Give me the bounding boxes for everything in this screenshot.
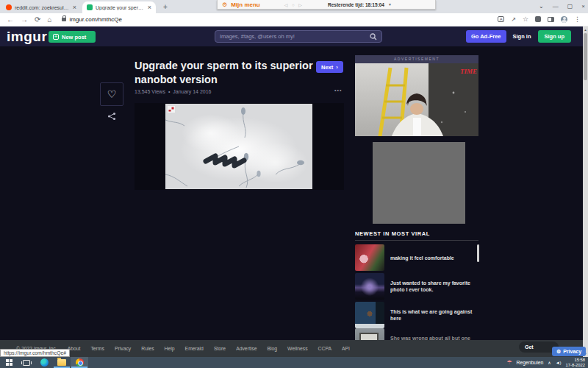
windows-logo-icon (6, 359, 12, 366)
video-watermark-icon (168, 106, 175, 113)
edge-taskbar-button[interactable] (35, 357, 53, 368)
overlay-prev-icon[interactable]: ◁ (284, 3, 290, 7)
translate-icon[interactable]: A (498, 16, 504, 22)
share-icon[interactable]: ↗ (511, 16, 516, 23)
viral-thumbnail[interactable] (355, 273, 384, 300)
system-tray: ☂ Regenbuien ∧ ◄) 15:58 17-8-2022 (506, 357, 585, 368)
sign-in-link[interactable]: Sign in (513, 33, 531, 40)
overlay-next-icon[interactable]: ▷ (298, 3, 304, 7)
favorite-heart-button[interactable]: ♡ (100, 82, 123, 106)
profile-avatar[interactable] (561, 16, 567, 23)
file-explorer-taskbar-button[interactable] (53, 357, 71, 368)
imgur-logo[interactable]: imgur (7, 29, 47, 45)
forward-icon[interactable]: → (21, 15, 28, 24)
footer-link-wellness[interactable]: Wellness (287, 346, 307, 351)
home-icon[interactable]: ⌂ (47, 15, 51, 24)
page-scrollbar[interactable]: ▲ ▼ (583, 26, 588, 357)
start-button[interactable] (0, 357, 18, 368)
footer-link-terms[interactable]: Terms (90, 346, 104, 351)
tab-title: reddit.com: zoekresultaten - nan... (15, 5, 70, 10)
weather-umbrella-icon[interactable]: ☂ (506, 359, 512, 366)
minimize-button[interactable]: — (553, 3, 559, 10)
overlay-gear-icon[interactable]: ⚙ (222, 1, 227, 8)
go-ad-free-button[interactable]: Go Ad-Free (466, 30, 506, 43)
sidebar-scrollbar-thumb[interactable] (477, 244, 479, 262)
bookmark-star-icon[interactable]: ☆ (523, 15, 528, 23)
tab-close-icon[interactable]: × (148, 4, 151, 11)
share-post-icon[interactable] (107, 112, 116, 121)
search-bar[interactable] (215, 30, 382, 43)
status-bar-url: https://imgur.com/hmthcQe# (0, 349, 70, 357)
privacy-label: Privacy (563, 349, 581, 354)
chrome-chevron-icon[interactable]: ⌄ (539, 3, 544, 10)
overlay-dropdown-icon[interactable]: ▼ (388, 2, 392, 7)
reload-icon[interactable]: ⟳ (35, 15, 40, 24)
taskbar-clock[interactable]: 15:58 17-8-2022 (566, 358, 585, 367)
ad-video[interactable]: TIME (355, 63, 478, 136)
back-icon[interactable]: ← (7, 15, 14, 24)
scrollbar-thumb[interactable] (584, 33, 587, 80)
overlay-dot-icon[interactable]: ○ (292, 3, 296, 7)
close-window-button[interactable]: × (581, 3, 585, 10)
next-post-button[interactable]: Next › (316, 61, 343, 73)
timer-label: Resterende tijd: (328, 2, 364, 7)
footer-link-store[interactable]: Store (214, 346, 226, 351)
footer-link-blog[interactable]: Blog (268, 346, 278, 351)
extensions-puzzle-icon[interactable] (535, 16, 541, 22)
new-tab-button[interactable]: + (160, 2, 171, 13)
viral-thumbnail[interactable] (355, 244, 384, 271)
side-panel-icon[interactable] (548, 17, 554, 22)
tray-expand-icon[interactable]: ∧ (548, 360, 551, 365)
privacy-gear-icon: ⚙ (556, 349, 561, 355)
footer-link-ccpa[interactable]: CCPA (318, 346, 331, 351)
tab-title: Upgrade your sperm to its supe... (96, 5, 145, 10)
sign-up-button[interactable]: Sign up (538, 30, 572, 43)
overlay-menu-label[interactable]: Mijn menu (231, 1, 260, 8)
proctor-overlay-bar: ⚙ Mijn menu ◁ ○ ▷ Resterende tijd: 18:15… (217, 0, 436, 10)
search-input[interactable] (215, 33, 370, 40)
viral-item-title[interactable]: Just wanted to share my favorite photo I… (390, 280, 474, 293)
chevron-right-icon: › (336, 64, 338, 71)
viral-list-item[interactable]: This is what we are going against here (355, 301, 474, 329)
footer-link-api[interactable]: API (342, 346, 350, 351)
site-footer: © 2022 Imgur, Inc. About Terms Privacy R… (0, 340, 588, 357)
browser-menu-icon[interactable]: ⋮ (574, 15, 581, 23)
url-text[interactable]: imgur.com/hmthcQe (69, 16, 122, 23)
timer-value: 18:15:04 (365, 2, 384, 7)
task-view-button[interactable] (18, 357, 35, 368)
viral-list-item[interactable]: Just wanted to share my favorite photo I… (355, 272, 474, 300)
viral-item-title[interactable]: making it feel comfortable (390, 255, 454, 261)
scroll-up-icon[interactable]: ▲ (583, 28, 588, 32)
imgur-favicon-icon (87, 4, 93, 10)
post-more-icon[interactable]: ••• (334, 88, 342, 93)
footer-link-rules[interactable]: Rules (141, 346, 154, 351)
toolbar-icons: A ↗ ☆ ⋮ (498, 15, 581, 23)
tab-imgur-active[interactable]: Upgrade your sperm to its supe... × (82, 1, 156, 13)
window-controls: ⌄ — ▢ × (539, 1, 585, 12)
address-bar[interactable]: imgur.com/hmthcQe (62, 16, 122, 23)
footer-link-emerald[interactable]: Emerald (185, 346, 204, 351)
weather-label[interactable]: Regenbuien (517, 360, 544, 365)
footer-link-privacy[interactable]: Privacy (115, 346, 131, 351)
viral-item-title[interactable]: This is what we are going against here (390, 308, 474, 322)
plus-icon: + (53, 34, 59, 40)
volume-icon[interactable]: ◄) (556, 361, 562, 365)
post-meta: 13,545 Views • January 14 2016 (135, 89, 212, 94)
chrome-taskbar-button[interactable] (71, 357, 88, 368)
post-video[interactable] (165, 104, 312, 189)
task-view-icon (23, 360, 30, 366)
maximize-button[interactable]: ▢ (567, 3, 573, 10)
tab-close-icon[interactable]: × (73, 4, 76, 11)
new-post-label: New post (62, 34, 86, 40)
divider (355, 240, 478, 241)
viral-thumbnail[interactable] (355, 302, 384, 328)
search-icon[interactable] (370, 33, 377, 40)
footer-link-help[interactable]: Help (165, 346, 175, 351)
overlay-nav-controls[interactable]: ◁ ○ ▷ (284, 2, 304, 7)
privacy-button[interactable]: ⚙ Privacy (552, 347, 586, 356)
post-title: Upgrade your sperm to its superior nanob… (135, 59, 324, 87)
tab-reddit[interactable]: reddit.com: zoekresultaten - nan... × (1, 1, 81, 13)
footer-link-advertise[interactable]: Advertise (236, 346, 257, 351)
viral-list-item[interactable]: making it feel comfortable (355, 244, 474, 272)
new-post-button[interactable]: + New post (49, 31, 96, 43)
